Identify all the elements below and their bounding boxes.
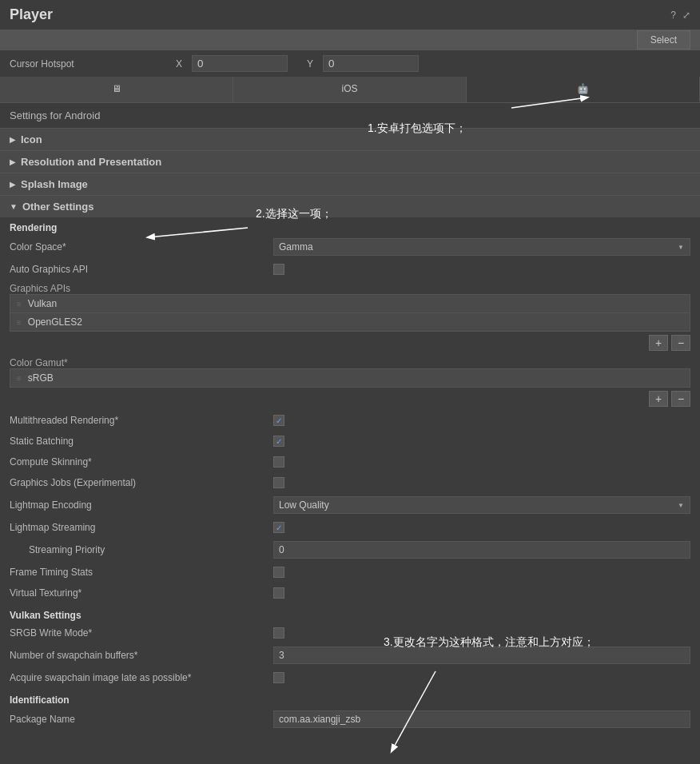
ios-label: iOS bbox=[341, 83, 357, 94]
settings-for-label: Settings for Android bbox=[0, 103, 700, 128]
cursor-y-label: Y bbox=[307, 58, 313, 70]
cursor-x-input[interactable] bbox=[192, 55, 288, 72]
other-settings-content: Rendering Color Space* Gamma Linear Auto… bbox=[0, 217, 700, 731]
vulkan-label: Vulkan bbox=[28, 298, 57, 309]
multithreaded-rendering-checkbox[interactable] bbox=[273, 415, 284, 426]
virtual-texturing-checkbox[interactable] bbox=[273, 587, 284, 599]
other-arrow: ▼ bbox=[10, 202, 18, 211]
api-item-opengles2: ≡ OpenGLES2 bbox=[10, 313, 690, 331]
color-space-dropdown-wrapper[interactable]: Gamma Linear bbox=[273, 238, 690, 256]
acquire-swapchain-row: Acquire swapchain image late as possible… bbox=[0, 667, 700, 688]
lightmap-encoding-dropdown-wrapper[interactable]: Low Quality Normal Quality High Quality bbox=[273, 496, 690, 514]
select-button[interactable]: Select bbox=[637, 30, 690, 50]
section-other[interactable]: ▼ Other Settings bbox=[0, 195, 700, 217]
frame-timing-stats-row: Frame Timing Stats bbox=[0, 562, 700, 583]
graphics-api-list: ≡ Vulkan ≡ OpenGLES2 bbox=[10, 294, 690, 332]
color-space-label: Color Space* bbox=[10, 241, 273, 253]
multithreaded-rendering-label: Multithreaded Rendering* bbox=[10, 415, 273, 426]
cursor-x-label: X bbox=[176, 58, 182, 70]
graphics-jobs-label: Graphics Jobs (Experimental) bbox=[10, 477, 273, 488]
lightmap-encoding-dropdown[interactable]: Low Quality Normal Quality High Quality bbox=[273, 496, 690, 514]
lightmap-streaming-checkbox[interactable] bbox=[273, 522, 284, 533]
resolution-arrow: ▶ bbox=[10, 157, 16, 166]
color-gamut-list: ≡ sRGB bbox=[10, 368, 690, 388]
srgb-label: sRGB bbox=[28, 372, 54, 384]
static-batching-checkbox[interactable] bbox=[273, 436, 284, 447]
swapchain-buffers-label: Number of swapchain buffers* bbox=[10, 650, 273, 661]
compute-skinning-checkbox[interactable] bbox=[273, 456, 284, 468]
graphics-apis-header: Graphics APIs bbox=[0, 280, 700, 294]
cursor-hotspot-label: Cursor Hotspot bbox=[10, 58, 169, 70]
multithreaded-rendering-row: Multithreaded Rendering* bbox=[0, 410, 700, 431]
lightmap-encoding-label: Lightmap Encoding bbox=[10, 499, 273, 511]
static-batching-row: Static Batching bbox=[0, 431, 700, 452]
color-space-row: Color Space* Gamma Linear bbox=[0, 235, 700, 259]
frame-timing-stats-label: Frame Timing Stats bbox=[10, 567, 273, 578]
auto-graphics-api-label: Auto Graphics API bbox=[10, 264, 273, 275]
api-item-vulkan: ≡ Vulkan bbox=[10, 295, 690, 313]
section-icon-title: Icon bbox=[21, 133, 42, 145]
color-gamut-add-button[interactable]: + bbox=[649, 391, 668, 407]
opengles2-drag-handle: ≡ bbox=[17, 318, 22, 327]
help-icon[interactable]: ? bbox=[670, 10, 676, 21]
srgb-write-mode-checkbox[interactable] bbox=[273, 627, 284, 639]
virtual-texturing-row: Virtual Texturing* bbox=[0, 583, 700, 603]
section-splash[interactable]: ▶ Splash Image bbox=[0, 173, 700, 195]
icon-arrow: ▶ bbox=[10, 135, 16, 144]
frame-timing-stats-checkbox[interactable] bbox=[273, 567, 284, 578]
page-title: Player bbox=[10, 6, 53, 23]
streaming-priority-input[interactable] bbox=[273, 541, 690, 559]
section-splash-title: Splash Image bbox=[21, 178, 88, 190]
srgb-write-mode-row: SRGB Write Mode* bbox=[0, 623, 700, 643]
swapchain-buffers-input[interactable] bbox=[273, 647, 690, 664]
lightmap-streaming-row: Lightmap Streaming bbox=[0, 517, 700, 538]
color-gamut-buttons: + − bbox=[0, 388, 700, 410]
color-gamut-remove-button[interactable]: − bbox=[671, 391, 690, 407]
virtual-texturing-label: Virtual Texturing* bbox=[10, 587, 273, 599]
tab-android[interactable]: 🤖 bbox=[467, 77, 700, 102]
tab-ios[interactable]: iOS bbox=[233, 77, 467, 102]
compute-skinning-row: Compute Skinning* bbox=[0, 452, 700, 472]
graphics-jobs-row: Graphics Jobs (Experimental) bbox=[0, 472, 700, 493]
section-resolution-title: Resolution and Presentation bbox=[21, 156, 161, 168]
graphics-api-buttons: + − bbox=[0, 332, 700, 354]
graphics-jobs-checkbox[interactable] bbox=[273, 477, 284, 488]
section-resolution[interactable]: ▶ Resolution and Presentation bbox=[0, 150, 700, 173]
desktop-icon: 🖥 bbox=[112, 83, 121, 94]
color-space-dropdown[interactable]: Gamma Linear bbox=[273, 238, 690, 256]
graphics-api-remove-button[interactable]: − bbox=[671, 335, 690, 351]
color-gamut-header: Color Gamut* bbox=[0, 354, 700, 368]
lightmap-streaming-label: Lightmap Streaming bbox=[10, 522, 273, 533]
static-batching-label: Static Batching bbox=[10, 436, 273, 447]
opengles2-label: OpenGLES2 bbox=[28, 316, 82, 328]
lightmap-encoding-row: Lightmap Encoding Low Quality Normal Qua… bbox=[0, 493, 700, 517]
android-icon: 🤖 bbox=[577, 83, 589, 94]
swapchain-buffers-row: Number of swapchain buffers* bbox=[0, 643, 700, 667]
vulkan-drag-handle: ≡ bbox=[17, 300, 22, 308]
package-name-input[interactable] bbox=[273, 710, 690, 728]
section-other-title: Other Settings bbox=[22, 201, 94, 213]
vulkan-settings-header: Vulkan Settings bbox=[0, 603, 700, 623]
srgb-drag-handle: ≡ bbox=[17, 374, 22, 383]
section-icon[interactable]: ▶ Icon bbox=[0, 128, 700, 150]
splash-arrow: ▶ bbox=[10, 180, 16, 189]
auto-graphics-api-row: Auto Graphics API bbox=[0, 259, 700, 280]
srgb-write-mode-label: SRGB Write Mode* bbox=[10, 627, 273, 639]
rendering-header: Rendering bbox=[0, 217, 700, 235]
streaming-priority-row: Streaming Priority bbox=[0, 538, 700, 562]
streaming-priority-label: Streaming Priority bbox=[10, 544, 273, 555]
package-name-row: Package Name bbox=[0, 707, 700, 731]
compute-skinning-label: Compute Skinning* bbox=[10, 456, 273, 468]
tab-desktop[interactable]: 🖥 bbox=[0, 77, 233, 102]
acquire-swapchain-label: Acquire swapchain image late as possible… bbox=[10, 672, 273, 683]
identification-header: Identification bbox=[0, 688, 700, 707]
graphics-api-add-button[interactable]: + bbox=[649, 335, 668, 351]
api-item-srgb: ≡ sRGB bbox=[10, 369, 690, 387]
package-name-label: Package Name bbox=[10, 714, 273, 725]
acquire-swapchain-checkbox[interactable] bbox=[273, 672, 284, 683]
expand-icon[interactable]: ⤢ bbox=[682, 10, 690, 21]
cursor-y-input[interactable] bbox=[323, 55, 419, 72]
auto-graphics-api-checkbox[interactable] bbox=[273, 264, 284, 275]
